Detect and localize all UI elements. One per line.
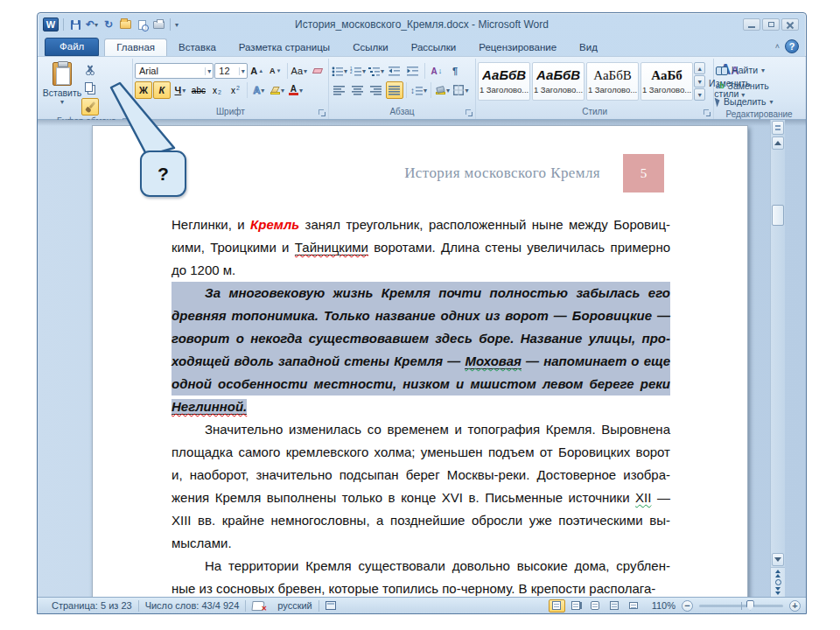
- justify-button[interactable]: [386, 81, 403, 99]
- paragraph[interactable]: Неглинки, и Кремль занял треугольник, ра…: [172, 214, 670, 282]
- align-left-button[interactable]: [331, 81, 348, 99]
- font-size-combo[interactable]: 12▾: [214, 63, 247, 79]
- align-center-button[interactable]: [349, 81, 367, 99]
- format-painter-button[interactable]: [81, 98, 99, 116]
- web-layout-view-button[interactable]: [587, 599, 604, 612]
- multilevel-list-button[interactable]: ▾: [368, 62, 385, 80]
- subscript-button[interactable]: х2: [208, 81, 226, 99]
- superscript-button[interactable]: х2: [227, 81, 244, 99]
- bullets-button[interactable]: ▾: [331, 62, 348, 80]
- vertical-scrollbar[interactable]: [770, 120, 785, 597]
- font-color-button[interactable]: А▾: [287, 81, 304, 99]
- previous-page-button[interactable]: [775, 570, 780, 578]
- zoom-out-button[interactable]: −: [682, 600, 693, 612]
- scroll-up-button[interactable]: [772, 136, 784, 150]
- minimize-button[interactable]: [743, 18, 760, 31]
- dialog-launcher-icon[interactable]: [318, 109, 326, 116]
- document-page[interactable]: История московского Кремля 5 Неглинки, и…: [92, 125, 748, 597]
- paste-button[interactable]: Вставить ▾: [43, 60, 81, 116]
- qat-customize-button[interactable]: ▾: [175, 21, 178, 29]
- undo-button[interactable]: ↶▾: [85, 18, 99, 32]
- sort-button[interactable]: А↓: [428, 62, 445, 80]
- scroll-down-button[interactable]: [772, 553, 784, 566]
- text-effects-button[interactable]: А▾: [250, 81, 268, 99]
- zoom-slider-thumb[interactable]: [746, 600, 754, 611]
- copy-button[interactable]: [81, 80, 99, 97]
- clear-formatting-button[interactable]: [309, 62, 326, 80]
- tab-page-layout[interactable]: Разметка страницы: [228, 39, 341, 56]
- line-spacing-button[interactable]: ↕▾: [410, 81, 428, 99]
- zoom-slider-track[interactable]: [699, 605, 783, 607]
- macro-recording-icon[interactable]: [326, 601, 336, 610]
- paragraph[interactable]: За многовековую жизнь Кремля почти полно…: [172, 282, 670, 418]
- replace-button[interactable]: abЗаменить: [716, 79, 773, 93]
- proofing-errors-icon[interactable]: [252, 601, 264, 611]
- style-item-3[interactable]: АаБбВ1 Заголово...: [586, 62, 639, 101]
- fullscreen-reading-view-button[interactable]: [568, 599, 584, 612]
- select-browse-object-button[interactable]: [775, 579, 781, 585]
- dialog-launcher-icon[interactable]: [704, 109, 710, 116]
- save-button[interactable]: [68, 18, 82, 32]
- styles-gallery-more-button[interactable]: ▼: [694, 88, 705, 101]
- language-indicator[interactable]: русский: [277, 600, 312, 611]
- word-logo-icon[interactable]: W: [43, 18, 59, 32]
- triangle-down-icon: [774, 557, 781, 562]
- tab-insert[interactable]: Вставка: [167, 39, 228, 56]
- change-case-button[interactable]: Аа▾: [290, 62, 308, 80]
- outline-view-button[interactable]: [606, 599, 623, 612]
- increase-indent-button[interactable]: [404, 62, 422, 80]
- find-button[interactable]: Найти▾: [716, 63, 773, 77]
- help-button[interactable]: ?: [785, 39, 799, 53]
- borders-button[interactable]: ▾: [452, 81, 470, 99]
- restore-button[interactable]: [762, 18, 780, 31]
- styles-scroll-down-button[interactable]: ▼: [694, 75, 705, 88]
- strikethrough-button[interactable]: abc: [190, 81, 207, 99]
- body-text[interactable]: Неглинки, и Кремль занял треугольник, ра…: [172, 214, 670, 597]
- paragraph[interactable]: Значительно изменилась со временем и топ…: [172, 418, 670, 555]
- tab-references[interactable]: Ссылки: [341, 39, 400, 56]
- italic-button[interactable]: К: [153, 81, 171, 99]
- shading-button[interactable]: ▾: [434, 81, 452, 99]
- print-layout-view-button[interactable]: [549, 599, 565, 612]
- group-font: Arial▾ 12▾ А▲ А▼ Аа▾ Ж К Ч▾ abc: [133, 59, 329, 119]
- tab-home[interactable]: Главная: [104, 38, 167, 56]
- style-item-2[interactable]: АаБбВ1 Заголово...: [532, 62, 584, 101]
- select-button[interactable]: Выделить▾: [716, 94, 773, 108]
- collapse-ribbon-button[interactable]: ˄: [775, 42, 780, 51]
- draft-view-button[interactable]: [626, 599, 642, 612]
- align-right-button[interactable]: [368, 81, 385, 99]
- zoom-in-button[interactable]: +: [789, 600, 801, 612]
- grow-font-button[interactable]: А▲: [248, 62, 266, 80]
- show-marks-button[interactable]: ¶: [446, 62, 464, 80]
- scrollbar-thumb[interactable]: [772, 205, 784, 226]
- font-name-combo[interactable]: Arial▾: [135, 63, 214, 79]
- paragraph[interactable]: На территории Кремля существовали доволь…: [172, 555, 670, 597]
- next-page-button[interactable]: [775, 587, 780, 595]
- question-callout[interactable]: ?: [140, 150, 186, 197]
- print-preview-button[interactable]: [135, 18, 149, 32]
- underline-button[interactable]: Ч▾: [172, 81, 189, 99]
- scrollbar-track[interactable]: [771, 150, 785, 552]
- zoom-level[interactable]: 110%: [652, 600, 676, 611]
- cut-button[interactable]: [81, 61, 99, 79]
- numbering-button[interactable]: 12▾: [349, 62, 367, 80]
- styles-scroll-up-button[interactable]: ▲: [694, 62, 705, 74]
- dialog-launcher-icon[interactable]: [466, 109, 472, 116]
- print-button[interactable]: [151, 18, 165, 32]
- decrease-indent-button[interactable]: [386, 62, 403, 80]
- tab-view[interactable]: Вид: [568, 39, 609, 56]
- highlight-color-button[interactable]: ▾: [269, 81, 286, 99]
- page-indicator[interactable]: Страница: 5 из 23: [52, 600, 132, 611]
- style-item-1[interactable]: АаБбВ1 Заголово...: [478, 62, 530, 101]
- style-item-4[interactable]: АаБб1 Заголово...: [640, 62, 693, 101]
- shrink-font-button[interactable]: А▼: [267, 62, 284, 80]
- tab-review[interactable]: Рецензирование: [467, 39, 568, 56]
- redo-button[interactable]: ↻: [102, 18, 116, 32]
- tab-file[interactable]: Файл: [45, 38, 99, 56]
- word-count[interactable]: Число слов: 43/4 924: [145, 600, 240, 611]
- ruler-toggle-button[interactable]: [772, 121, 784, 135]
- tab-mailings[interactable]: Рассылки: [400, 39, 468, 56]
- close-button[interactable]: [781, 18, 799, 31]
- bold-button[interactable]: Ж: [135, 81, 152, 99]
- open-button[interactable]: [118, 18, 132, 32]
